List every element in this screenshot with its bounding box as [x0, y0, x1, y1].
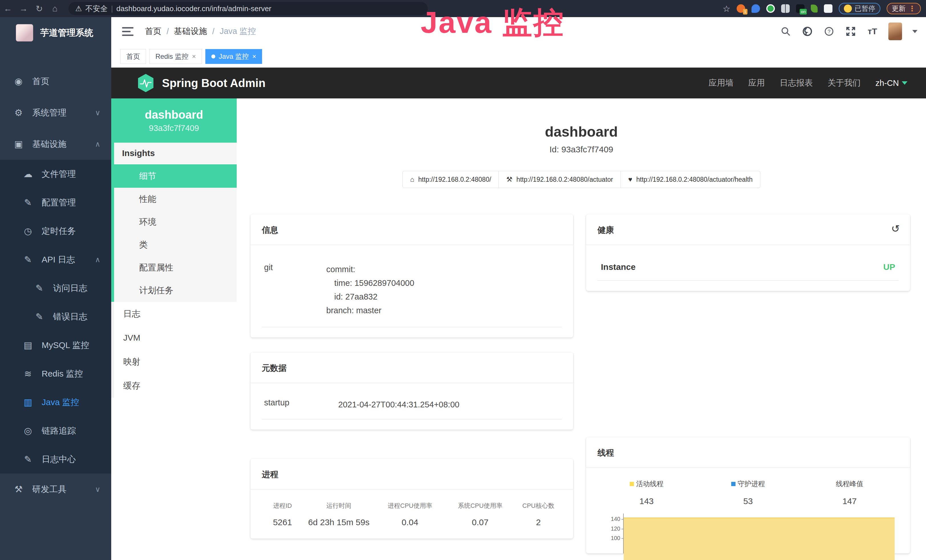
extension-colorpicker-icon[interactable]: 1	[737, 4, 745, 13]
sidebar-item-mysql[interactable]: ▤ MySQL 监控	[0, 331, 111, 359]
sidebar-item-accesslog[interactable]: ✎ 访问日志	[0, 274, 111, 303]
update-label: 更新	[892, 4, 905, 13]
extension-pin-icon[interactable]	[752, 4, 760, 13]
threads-legend: 活动线程 143 守护进程 53	[596, 474, 900, 506]
process-header-pid: 进程ID	[261, 501, 304, 510]
sidebar-item-devtools[interactable]: ⚒ 研发工具 ∨	[0, 474, 111, 505]
actuator-url-button[interactable]: ⚒ http://192.168.0.2:48080/actuator	[499, 171, 620, 188]
github-icon[interactable]	[802, 26, 813, 37]
threads-card: 线程 活动线程 143	[586, 437, 910, 554]
collapse-sidebar-icon[interactable]	[122, 27, 133, 36]
address-bar[interactable]: ⚠ 不安全 | dashboard.yudao.iocoder.cn/infra…	[68, 2, 428, 15]
app-logo-row[interactable]: 芋道管理系统	[0, 17, 111, 48]
paused-label: 已暂停	[855, 4, 875, 13]
browser-home-icon[interactable]: ⌂	[47, 4, 63, 14]
sidebar-item-label: MySQL 监控	[42, 339, 89, 351]
forward-icon[interactable]: →	[16, 4, 31, 14]
sidebar-item-file[interactable]: ☁ 文件管理	[0, 160, 111, 188]
ytick-120: 120	[611, 525, 620, 532]
sidebar-item-system[interactable]: ⚙ 系统管理 ∨	[0, 97, 111, 129]
extension-tabs-icon[interactable]: on	[796, 4, 805, 13]
sba-nav-about[interactable]: 关于我们	[828, 77, 861, 89]
close-icon[interactable]: ×	[252, 53, 256, 61]
sidebar-item-logcenter[interactable]: ✎ 日志中心	[0, 445, 111, 474]
breadcrumb-infra[interactable]: 基础设施	[174, 26, 207, 37]
browser-update-button[interactable]: 更新 ⋮	[887, 3, 921, 14]
profile-paused-chip[interactable]: 已暂停	[839, 3, 881, 14]
sba-language-select[interactable]: zh-CN	[876, 79, 908, 88]
sidebar-item-job[interactable]: ◷ 定时任务	[0, 217, 111, 245]
sidebar-item-trace[interactable]: ◎ 链路追踪	[0, 416, 111, 445]
breadcrumb-current: Java 监控	[219, 26, 256, 37]
health-instance-label: Instance	[601, 262, 635, 272]
sidebar-item-apilog[interactable]: ✎ API 日志 ∧	[0, 245, 111, 274]
sba-menu-mappings[interactable]: 映射	[114, 350, 237, 374]
search-icon[interactable]	[780, 26, 791, 37]
user-caret-down-icon[interactable]	[912, 30, 917, 33]
page-url[interactable]: dashboard.yudao.iocoder.cn/infra/admin-s…	[117, 4, 271, 13]
chevron-up-icon: ∧	[95, 255, 100, 264]
sba-nav-wall[interactable]: 应用墙	[709, 77, 734, 89]
app-sidebar: 芋道管理系统 ◉ 首页 ⚙ 系统管理 ∨ ▣ 基础设施 ∧ ☁ 文件管理 ✎ 配…	[0, 17, 111, 560]
service-url-button[interactable]: ⌂ http://192.168.0.2:48080/	[402, 171, 499, 188]
tab-java[interactable]: Java 监控 ×	[205, 49, 262, 64]
health-url-button[interactable]: ♥ http://192.168.0.2:48080/actuator/heal…	[621, 171, 760, 188]
sba-menu-scheduledtasks[interactable]: 计划任务	[114, 279, 237, 302]
sba-menu-caches[interactable]: 缓存	[114, 374, 237, 398]
sidebar-item-config[interactable]: ✎ 配置管理	[0, 188, 111, 217]
security-label[interactable]: 不安全	[85, 4, 107, 14]
sidebar-item-label: 配置管理	[42, 197, 76, 209]
sba-nav-applications[interactable]: 应用	[748, 77, 765, 89]
svg-text:?: ?	[828, 29, 831, 35]
tab-home[interactable]: 首页	[120, 49, 146, 64]
fullscreen-icon[interactable]	[845, 26, 856, 37]
user-avatar[interactable]	[888, 23, 902, 40]
threads-area-series	[624, 518, 895, 560]
sba-instance-header[interactable]: dashboard 93a3fc7f7409	[111, 98, 237, 143]
sba-menu-classes[interactable]: 类	[114, 233, 237, 256]
legend-label: 线程峰值	[836, 479, 863, 488]
sba-brand[interactable]: Spring Boot Admin	[137, 73, 265, 93]
page-title: dashboard	[237, 124, 926, 140]
sba-brand-title: Spring Boot Admin	[162, 77, 265, 89]
sba-menu-configprops[interactable]: 配置属性	[114, 256, 237, 279]
extension-grid-icon[interactable]	[781, 4, 790, 13]
sidebar-item-java[interactable]: ▥ Java 监控	[0, 388, 111, 416]
reload-icon[interactable]: ↻	[31, 4, 47, 14]
sidebar-item-label: 文件管理	[42, 168, 76, 180]
tab-redis[interactable]: Redis 监控 ×	[150, 49, 202, 64]
sba-menu-jvm[interactable]: JVM	[114, 326, 237, 350]
legend-daemon-value: 53	[743, 496, 753, 506]
chevron-down-icon: ∨	[95, 485, 100, 494]
eye-icon: ◎	[22, 425, 34, 436]
sba-nav-journal[interactable]: 日志报表	[780, 77, 813, 89]
warning-icon: ⚠	[75, 4, 82, 13]
puzzle-extensions-icon[interactable]	[824, 4, 832, 13]
sidebar-item-errorlog[interactable]: ✎ 错误日志	[0, 303, 111, 331]
help-icon[interactable]: ?	[823, 26, 835, 37]
health-card: 健康 ↺ Instance UP	[586, 214, 910, 291]
profile-avatar-emoji	[844, 5, 852, 12]
browser-menu-dots-icon[interactable]: ⋮	[908, 4, 916, 13]
sba-menu-metrics[interactable]: 性能	[114, 188, 237, 210]
git-commit-line: commit:	[326, 263, 415, 277]
sba-menu-details[interactable]: 细节	[114, 164, 237, 188]
health-instance-row[interactable]: Instance UP	[598, 255, 899, 281]
sidebar-item-home[interactable]: ◉ 首页	[0, 66, 111, 97]
extension-y-icon[interactable]	[766, 4, 775, 13]
sidebar-item-infra[interactable]: ▣ 基础设施 ∧	[0, 129, 111, 160]
extension-leaf-icon[interactable]	[811, 5, 818, 12]
breadcrumb-home[interactable]: 首页	[145, 26, 162, 37]
legend-blue-swatch	[731, 482, 735, 486]
sba-menu-env[interactable]: 环境	[114, 210, 237, 233]
bookmark-star-icon[interactable]: ☆	[723, 4, 730, 14]
sidebar-item-redis[interactable]: ≋ Redis 监控	[0, 359, 111, 388]
history-icon[interactable]: ↺	[891, 223, 900, 235]
sba-menu-logfile[interactable]: 日志	[114, 302, 237, 326]
close-icon[interactable]: ×	[192, 53, 196, 61]
health-card-title: 健康	[598, 226, 614, 235]
info-card: 信息 git commit: time: 1596289704000 id: 2…	[250, 214, 573, 338]
back-icon[interactable]: ←	[0, 4, 16, 14]
sidebar-item-label: 链路追踪	[42, 425, 76, 437]
font-size-icon[interactable]: тT	[867, 26, 878, 37]
